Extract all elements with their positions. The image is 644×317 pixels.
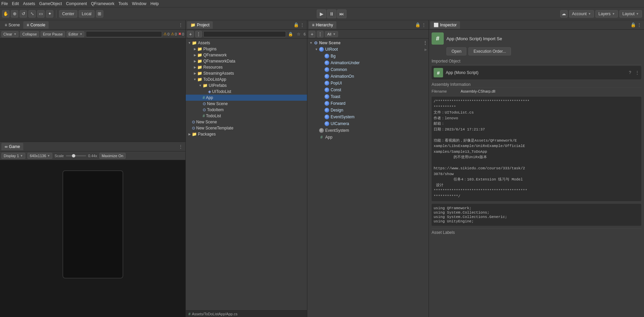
h-eventsystem-root[interactable]: ▶ EventSystem — [307, 127, 429, 134]
tree-assets-root[interactable]: ▼ 📁 Assets — [186, 40, 307, 46]
error-pause-btn[interactable]: Error Pause — [41, 31, 65, 37]
menu-gameobject[interactable]: GameObject — [39, 1, 62, 6]
h-const[interactable]: ▶ Const — [307, 87, 429, 93]
scale-tool[interactable]: ⤡ — [28, 10, 36, 18]
todolistapp-label: ToDoListApp — [203, 77, 226, 82]
hand-tool[interactable]: ✋ — [2, 10, 9, 18]
tree-app[interactable]: ▶ # App — [186, 95, 307, 101]
project-icon-btn1[interactable]: 🔒 — [287, 31, 294, 38]
console-search[interactable] — [86, 31, 162, 37]
menu-window[interactable]: Window — [132, 1, 147, 6]
h-bg[interactable]: ▶ Bg — [307, 53, 429, 59]
maximize-btn[interactable]: Maximize On — [99, 153, 126, 159]
tree-uiprefabs[interactable]: ▼ 📁 UIPrefabs — [186, 82, 307, 89]
inspector-panel-menu[interactable]: ⋮ — [636, 22, 643, 28]
project-add-btn[interactable]: + — [187, 31, 194, 38]
open-btn[interactable]: Open — [446, 47, 466, 55]
tree-todoitem[interactable]: ▶ ⊙ TodoItem — [186, 107, 307, 113]
step-btn[interactable]: ⏭ — [337, 9, 346, 18]
scene-menu-btn[interactable]: ⋮ — [423, 41, 427, 45]
h-app-root[interactable]: ▶ # App — [307, 134, 429, 141]
imported-help-icon[interactable]: ? — [629, 70, 631, 75]
editor-dropdown[interactable]: Editor ▼ — [67, 31, 85, 37]
h-common[interactable]: ▶ Common — [307, 66, 429, 73]
tree-todolist[interactable]: ▶ # TodoList — [186, 113, 307, 119]
transform-tool[interactable]: ✦ — [46, 10, 53, 18]
h-popui[interactable]: ▶ PopUI — [307, 80, 429, 87]
h-forward[interactable]: ▶ Forward — [307, 100, 429, 107]
h-animon[interactable]: ▶ AnimationOn — [307, 73, 429, 80]
display-dropdown[interactable]: Display 1 ▼ — [1, 153, 25, 159]
error-badge: ✖ 0 — [178, 32, 184, 36]
hierarchy-lock[interactable]: 🔒 — [415, 22, 420, 27]
tree-newscenetemplate[interactable]: ▶ ⊙ New SceneTemplate — [186, 125, 307, 131]
h-design[interactable]: ▶ Design — [307, 107, 429, 114]
menu-help[interactable]: Help — [151, 1, 159, 6]
play-btn[interactable]: ▶ — [317, 9, 326, 18]
tree-qframework[interactable]: ▶ 📁 QFramework — [186, 52, 307, 58]
resolution-dropdown[interactable]: 640x1136 ▼ — [27, 153, 52, 159]
game-panel-menu[interactable]: ⋮ — [177, 144, 184, 150]
menu-tools[interactable]: Tools — [119, 1, 128, 6]
assets-arrow: ▼ — [187, 41, 192, 45]
scale-slider[interactable] — [66, 155, 86, 156]
collapse-btn[interactable]: Collapse — [20, 31, 39, 37]
menu-qframework[interactable]: QFramework — [91, 1, 114, 6]
pause-btn[interactable]: ⏸ — [327, 9, 336, 18]
clear-dropdown[interactable]: Clear ▼ — [1, 31, 19, 37]
tab-game[interactable]: ∞ Game — [1, 143, 23, 150]
cloud-icon[interactable]: ☁ — [560, 10, 568, 18]
menu-file[interactable]: File — [1, 1, 8, 6]
execution-order-btn[interactable]: Execution Order... — [468, 47, 511, 55]
tree-packages[interactable]: ▶ 📁 Packages — [186, 131, 307, 137]
tree-newscene[interactable]: ▶ ⊙ New Scene — [186, 101, 307, 107]
menu-edit[interactable]: Edit — [12, 1, 19, 6]
pivot-btn[interactable]: Center — [59, 10, 77, 18]
account-dropdown[interactable]: Account ▼ — [569, 10, 594, 18]
h-new-scene[interactable]: ▼ ⊙ New Scene ⋮ — [307, 40, 429, 46]
tree-todolistapp[interactable]: ▼ 📁 ToDoListApp — [186, 76, 307, 82]
hierarchy-all-dropdown[interactable]: All ▼ — [325, 31, 338, 37]
tree-plugins[interactable]: ▶ 📁 Plugins — [186, 46, 307, 52]
tab-project[interactable]: 📁 Project — [187, 21, 213, 29]
h-uicamera[interactable]: ▶ UICamera — [307, 120, 429, 127]
tree-resources[interactable]: ▶ 📁 Resources — [186, 64, 307, 70]
space-btn[interactable]: Local — [79, 10, 95, 18]
rotate-tool[interactable]: ↺ — [20, 10, 27, 18]
scale-value: 0.44x — [88, 154, 97, 158]
tree-qframeworkdata[interactable]: ▶ 📁 QFrameworkData — [186, 58, 307, 64]
project-icon-btn2[interactable]: ☆ — [295, 31, 302, 38]
menu-component[interactable]: Component — [66, 1, 87, 6]
project-search[interactable] — [203, 31, 286, 37]
project-options-btn[interactable]: ⋮ — [195, 31, 202, 38]
tab-scene[interactable]: ≡ Scene — [1, 21, 23, 29]
clear-label: Clear — [3, 32, 12, 36]
rect-tool[interactable]: ▭ — [37, 10, 45, 18]
tree-streamingassets[interactable]: ▶ 📁 StreamingAssets — [186, 70, 307, 76]
tree-newscene2[interactable]: ▶ ⊙ New Scene — [186, 119, 307, 125]
hierarchy-add-btn[interactable]: + — [309, 31, 315, 38]
assets-label: Assets — [198, 41, 210, 45]
hierarchy-panel-menu[interactable]: ⋮ — [420, 22, 427, 28]
custom-tool[interactable]: ⊞ — [96, 10, 103, 18]
scene-panel-menu[interactable]: ⋮ — [177, 22, 184, 28]
project-panel-menu[interactable]: ⋮ — [299, 22, 306, 28]
hierarchy-options-btn[interactable]: ⋮ — [317, 31, 324, 38]
move-tool[interactable]: ⊕ — [11, 10, 18, 18]
menu-assets[interactable]: Assets — [23, 1, 35, 6]
h-uiroot[interactable]: ▼ UIRoot ▶ — [307, 46, 429, 53]
tab-inspector[interactable]: ⬜ Inspector — [430, 21, 460, 29]
project-lock[interactable]: 🔒 — [293, 22, 299, 27]
tab-hierarchy[interactable]: ≡ Hierarchy — [309, 21, 336, 29]
inspector-lock[interactable]: 🔒 — [630, 22, 636, 27]
layers-dropdown[interactable]: Layers ▼ — [595, 10, 618, 18]
imported-more-icon[interactable]: ⋮ — [635, 70, 639, 75]
h-eventsystem-child[interactable]: ▶ EventSystem — [307, 114, 429, 120]
tab-console[interactable]: ≡ Console — [23, 21, 49, 29]
tree-uitodolist[interactable]: ▶ ◈ UITodoList — [186, 89, 307, 95]
h-animunder[interactable]: ▶ AnimationUnder — [307, 59, 429, 66]
inspector-tabs: ⬜ Inspector 🔒 ⋮ — [429, 20, 644, 30]
h-toast[interactable]: ▶ Toast — [307, 93, 429, 100]
newscenetemplate-icon: ⊙ — [192, 126, 195, 130]
layout-dropdown[interactable]: Layout ▼ — [619, 10, 642, 18]
